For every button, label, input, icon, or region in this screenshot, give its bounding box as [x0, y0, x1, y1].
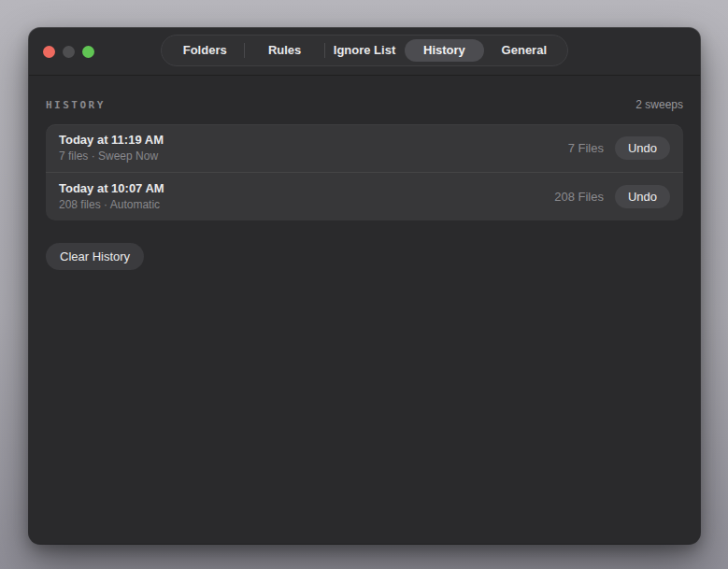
close-button[interactable]: [43, 46, 55, 58]
sweep-info: Today at 10:07 AM 208 files · Automatic: [59, 181, 164, 211]
minimize-button: [63, 46, 75, 58]
history-panel: HISTORY 2 sweeps Today at 11:19 AM 7 fil…: [29, 98, 700, 270]
desktop-background: Folders Rules Ignore List History Genera…: [0, 0, 728, 569]
files-count: 7 Files: [568, 141, 604, 155]
sweep-timestamp: Today at 11:19 AM: [59, 133, 164, 147]
history-row: Today at 11:19 AM 7 files · Sweep Now 7 …: [46, 124, 683, 172]
section-title: HISTORY: [46, 99, 106, 111]
sweep-details: 208 files · Automatic: [59, 198, 164, 211]
tab-general[interactable]: General: [485, 39, 564, 62]
history-row: Today at 10:07 AM 208 files · Automatic …: [46, 172, 683, 220]
history-list: Today at 11:19 AM 7 files · Sweep Now 7 …: [46, 124, 683, 220]
sweep-actions: 208 Files Undo: [554, 185, 670, 208]
tab-folders[interactable]: Folders: [165, 39, 244, 62]
undo-button[interactable]: Undo: [615, 185, 670, 208]
files-count: 208 Files: [554, 190, 604, 204]
tab-bar: Folders Rules Ignore List History Genera…: [161, 35, 568, 66]
undo-button[interactable]: Undo: [615, 136, 670, 160]
tab-ignore-list[interactable]: Ignore List: [325, 39, 404, 62]
sweep-timestamp: Today at 10:07 AM: [59, 181, 164, 195]
sweep-details: 7 files · Sweep Now: [59, 149, 164, 163]
sweep-count: 2 sweeps: [635, 98, 683, 111]
zoom-button[interactable]: [82, 46, 94, 58]
clear-history-button[interactable]: Clear History: [46, 243, 144, 270]
tab-history[interactable]: History: [405, 39, 483, 62]
sweep-actions: 7 Files Undo: [568, 136, 670, 160]
titlebar[interactable]: Folders Rules Ignore List History Genera…: [29, 28, 700, 76]
sweep-info: Today at 11:19 AM 7 files · Sweep Now: [59, 133, 164, 163]
traffic-lights: [43, 28, 94, 75]
tab-rules[interactable]: Rules: [245, 39, 323, 62]
section-header: HISTORY 2 sweeps: [46, 98, 683, 111]
app-window: Folders Rules Ignore List History Genera…: [29, 28, 700, 544]
